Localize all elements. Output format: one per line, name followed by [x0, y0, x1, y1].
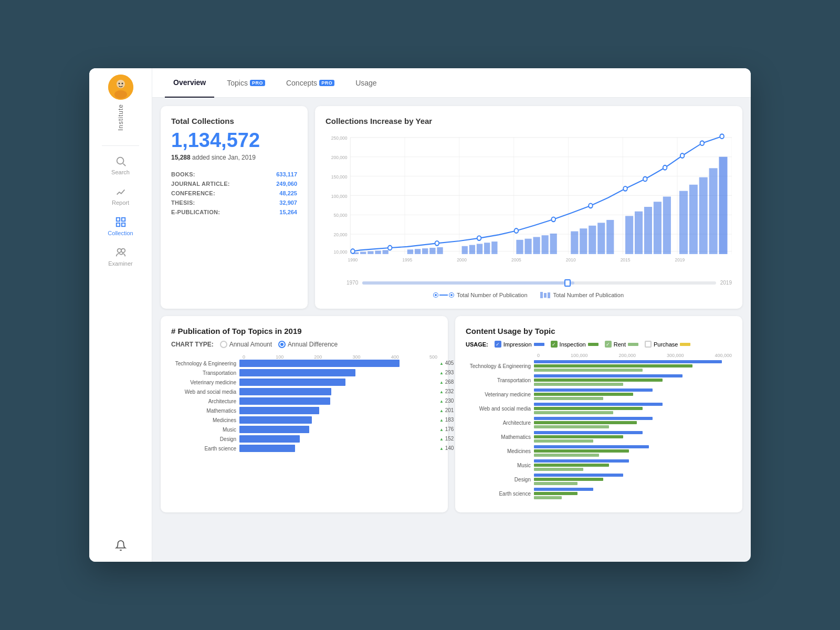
rent-bar: [534, 383, 623, 386]
svg-point-4: [121, 83, 123, 85]
notifications-bell[interactable]: [115, 540, 127, 553]
svg-rect-47: [477, 244, 482, 254]
pub-bar-wrapper: ▲ 183: [239, 416, 437, 424]
sidebar-item-report[interactable]: Report: [89, 181, 152, 211]
svg-rect-69: [719, 157, 727, 254]
pub-bar-label: Transportation: [171, 370, 239, 376]
radio-annual-amount[interactable]: Annual Amount: [220, 341, 272, 348]
pub-bar-row: Music ▲ 176: [171, 426, 437, 433]
pub-bar-fill: [239, 397, 330, 405]
usage-bar-group: Veterinary medicine: [466, 388, 732, 400]
pub-bar-label: Design: [171, 436, 239, 442]
stat-value-conference: 48,225: [264, 188, 297, 198]
pub-chart-title: # Publication of Top Topics in 2019: [171, 327, 437, 335]
svg-rect-48: [484, 243, 490, 254]
usage-bar-group: Medicines: [466, 445, 732, 457]
stat-row-epub: E-Publication: 15,264: [171, 207, 297, 217]
line-chart-svg: 250,000 200,000 150,000 100,000 50,000 2…: [326, 132, 732, 268]
sidebar-item-collection[interactable]: Collection: [89, 211, 152, 242]
svg-text:2005: 2005: [511, 257, 521, 262]
svg-text:250,000: 250,000: [331, 135, 348, 141]
legend-impression[interactable]: ✓ Impression: [495, 341, 544, 348]
sidebar-divider-top: [102, 145, 139, 146]
tab-usage[interactable]: Usage: [347, 68, 385, 98]
sidebar-item-examiner[interactable]: Examiner: [89, 242, 152, 272]
range-slider[interactable]: 1970 2019: [326, 279, 732, 288]
svg-point-81: [700, 141, 705, 145]
svg-text:2010: 2010: [566, 257, 576, 262]
search-icon: [115, 155, 127, 167]
total-collections-title: Total Collections: [171, 117, 297, 125]
inspection-bar: [534, 449, 629, 453]
rent-bar: [534, 425, 609, 428]
pub-bar-fill: [239, 360, 400, 367]
sidebar-item-search[interactable]: Search: [89, 150, 152, 181]
chart-type-label: CHART TYPE:: [171, 341, 214, 348]
impression-bar: [534, 488, 593, 491]
usage-bar-label: Mathematics: [466, 434, 534, 440]
chart-type-row: CHART TYPE: Annual Amount Annual Differe…: [171, 341, 437, 348]
svg-rect-62: [644, 207, 652, 254]
legend-purchase[interactable]: Purchase: [645, 341, 690, 348]
svg-text:2000: 2000: [457, 257, 467, 262]
svg-rect-67: [699, 177, 708, 254]
usage-legend: USAGE: ✓ Impression ✓ Inspection ✓: [466, 341, 732, 348]
svg-text:20,000: 20,000: [334, 232, 348, 238]
svg-rect-49: [491, 242, 497, 254]
stat-row-books: Books: 633,117: [171, 170, 297, 179]
pub-bar-wrapper: ▲ 152: [239, 435, 437, 443]
tab-topics[interactable]: Topics PRO: [218, 68, 274, 98]
rent-bar: [534, 411, 613, 414]
svg-rect-60: [625, 216, 633, 254]
pub-bar-label: Technology & Engineering: [171, 361, 239, 366]
chart-legend: Total Number of Publication Total Number…: [326, 292, 732, 298]
inspection-bar: [534, 379, 663, 382]
pub-bar-row: Mathematics ▲ 201: [171, 407, 437, 414]
radio-annual-difference[interactable]: Annual Difference: [278, 341, 338, 348]
usage-bar-group: Technology & Engineering: [466, 360, 732, 372]
stat-value-epub: 15,264: [264, 207, 297, 217]
svg-point-5: [117, 158, 123, 164]
tab-overview[interactable]: Overview: [165, 68, 214, 98]
impression-bar: [534, 459, 629, 463]
legend-bar-item: Total Number of Publication: [540, 292, 624, 298]
stat-row-conference: Conference: 48,225: [171, 188, 297, 198]
sidebar: Institute Search Report Collection: [89, 68, 152, 562]
pub-bar-row: Web and social media ▲ 232: [171, 388, 437, 395]
pub-bar-wrapper: ▲ 230: [239, 397, 437, 405]
svg-rect-53: [542, 235, 549, 254]
svg-rect-7: [116, 218, 119, 221]
usage-bar-label: Design: [466, 477, 534, 482]
rent-bar: [534, 369, 643, 372]
usage-bar-group: Transportation: [466, 374, 732, 386]
usage-bar-label: Architecture: [466, 420, 534, 426]
legend-inspection[interactable]: ✓ Inspection: [551, 341, 598, 348]
usage-bar-group: Architecture: [466, 417, 732, 428]
svg-text:100,000: 100,000: [331, 193, 348, 199]
svg-rect-46: [469, 245, 475, 254]
tab-concepts[interactable]: Concepts PRO: [278, 68, 343, 98]
pub-bar-label: Earth science: [171, 446, 239, 452]
pub-bar-label: Medicines: [171, 417, 239, 423]
inspection-bar: [534, 393, 633, 396]
usage-bar-group: Mathematics: [466, 431, 732, 443]
rent-bar: [534, 482, 578, 485]
impression-bar: [534, 445, 649, 448]
svg-text:2019: 2019: [675, 257, 685, 262]
svg-point-72: [435, 241, 439, 246]
pub-bar-label: Web and social media: [171, 389, 239, 395]
svg-line-6: [123, 164, 125, 166]
usage-bar-label: Technology & Engineering: [466, 363, 534, 369]
svg-rect-56: [580, 228, 587, 254]
pub-bar-wrapper: ▲ 140: [239, 445, 437, 452]
total-count: 1,134,572: [171, 130, 297, 152]
stat-label-epub: E-Publication:: [171, 207, 264, 217]
legend-rent[interactable]: ✓ Rent: [605, 341, 638, 348]
svg-rect-39: [383, 250, 388, 254]
usage-bar-label: Medicines: [466, 448, 534, 454]
svg-text:10,000: 10,000: [334, 249, 348, 255]
pub-bar-fill: [239, 407, 319, 414]
rent-bar: [534, 496, 562, 499]
svg-rect-43: [429, 248, 435, 254]
rent-bar: [534, 454, 599, 457]
